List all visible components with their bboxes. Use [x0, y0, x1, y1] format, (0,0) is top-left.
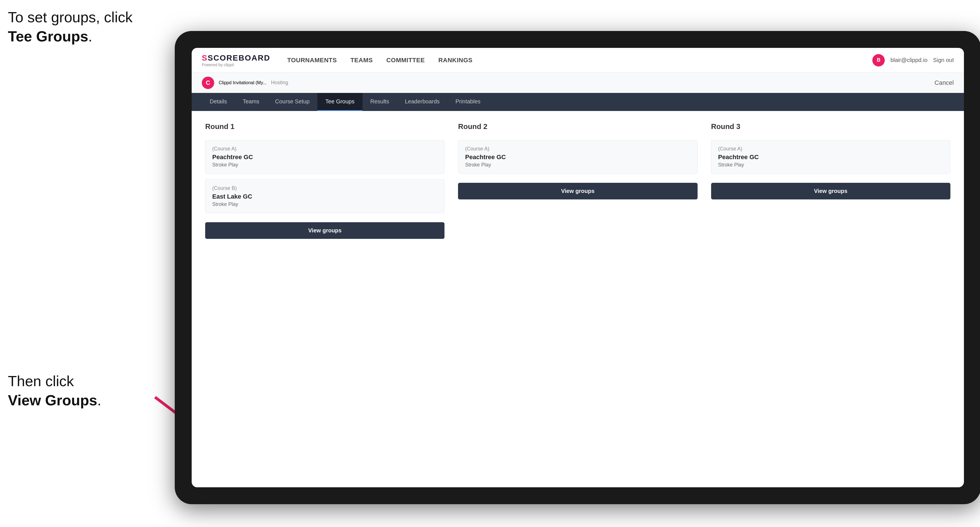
- user-email: blair@clippd.io: [890, 57, 927, 63]
- round-3-course-a-label: (Course A): [718, 146, 943, 152]
- tablet-screen: SSCOREBOARD Powered by clippit TOURNAMEN…: [192, 48, 964, 487]
- tab-course-setup[interactable]: Course Setup: [267, 93, 317, 111]
- nav-right: B blair@clippd.io Sign out: [872, 54, 954, 67]
- round-3-course-a-card: (Course A) Peachtree GC Stroke Play: [711, 140, 950, 174]
- nav-teams[interactable]: TEAMS: [350, 57, 373, 64]
- hosting-badge: Hosting: [271, 80, 288, 86]
- round-3-title: Round 3: [711, 122, 950, 131]
- round-1-title: Round 1: [205, 122, 444, 131]
- tournament-title: C Clippd Invitational (My... Hosting: [202, 76, 288, 89]
- rounds-grid: Round 1 (Course A) Peachtree GC Stroke P…: [205, 122, 950, 239]
- tab-details[interactable]: Details: [202, 93, 235, 111]
- round-1-course-a-card: (Course A) Peachtree GC Stroke Play: [205, 140, 444, 174]
- logo-area: SSCOREBOARD Powered by clippit: [202, 54, 270, 67]
- round-1-column: Round 1 (Course A) Peachtree GC Stroke P…: [205, 122, 444, 239]
- tab-teams[interactable]: Teams: [235, 93, 267, 111]
- instruction-bottom: Then click View Groups.: [8, 372, 101, 410]
- round-2-course-a-card: (Course A) Peachtree GC Stroke Play: [458, 140, 697, 174]
- round-1-course-b-format: Stroke Play: [212, 202, 438, 207]
- user-avatar: B: [872, 54, 885, 67]
- logo-sub: Powered by clippit: [202, 62, 270, 67]
- round-1-course-a-format: Stroke Play: [212, 162, 438, 168]
- sub-header: C Clippd Invitational (My... Hosting Can…: [192, 73, 964, 93]
- round-2-column: Round 2 (Course A) Peachtree GC Stroke P…: [458, 122, 697, 239]
- tournament-name: Clippd Invitational (My...: [219, 80, 267, 85]
- cancel-button[interactable]: Cancel: [935, 79, 954, 86]
- main-content: Round 1 (Course A) Peachtree GC Stroke P…: [192, 111, 964, 487]
- round-2-course-a-format: Stroke Play: [465, 162, 690, 168]
- top-nav: SSCOREBOARD Powered by clippit TOURNAMEN…: [192, 48, 964, 73]
- round-3-course-a-name: Peachtree GC: [718, 154, 943, 161]
- round-1-course-b-name: East Lake GC: [212, 193, 438, 200]
- c-logo: C: [202, 76, 214, 89]
- instruction-top: To set groups, click Tee Groups.: [8, 8, 132, 46]
- round-2-view-groups-button[interactable]: View groups: [458, 183, 697, 199]
- tab-bar: Details Teams Course Setup Tee Groups Re…: [192, 93, 964, 111]
- nav-tournaments[interactable]: TOURNAMENTS: [287, 57, 337, 64]
- logo-c-letter: S: [202, 54, 208, 62]
- sign-out-link[interactable]: Sign out: [933, 57, 954, 63]
- round-3-column: Round 3 (Course A) Peachtree GC Stroke P…: [711, 122, 950, 239]
- tab-results[interactable]: Results: [363, 93, 397, 111]
- nav-links: TOURNAMENTS TEAMS COMMITTEE RANKINGS: [287, 57, 872, 64]
- logo-text: SSCOREBOARD: [202, 54, 270, 62]
- round-1-course-a-label: (Course A): [212, 146, 438, 152]
- round-1-view-groups-button[interactable]: View groups: [205, 222, 444, 239]
- nav-rankings[interactable]: RANKINGS: [438, 57, 473, 64]
- tablet-device: SSCOREBOARD Powered by clippit TOURNAMEN…: [175, 31, 980, 504]
- tab-printables[interactable]: Printables: [447, 93, 488, 111]
- round-1-course-b-card: (Course B) East Lake GC Stroke Play: [205, 179, 444, 213]
- round-2-course-a-label: (Course A): [465, 146, 690, 152]
- round-2-title: Round 2: [458, 122, 697, 131]
- tab-tee-groups[interactable]: Tee Groups: [317, 93, 362, 111]
- round-3-view-groups-button[interactable]: View groups: [711, 183, 950, 199]
- round-1-course-a-name: Peachtree GC: [212, 154, 438, 161]
- round-1-course-b-label: (Course B): [212, 185, 438, 191]
- round-3-course-a-format: Stroke Play: [718, 162, 943, 168]
- tab-leaderboards[interactable]: Leaderboards: [397, 93, 447, 111]
- round-2-course-a-name: Peachtree GC: [465, 154, 690, 161]
- nav-committee[interactable]: COMMITTEE: [387, 57, 425, 64]
